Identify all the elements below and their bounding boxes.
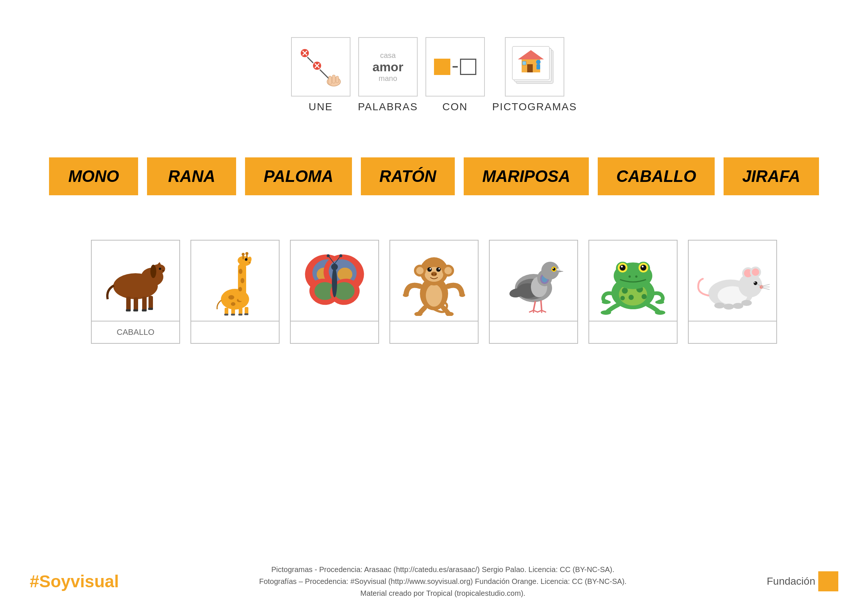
pictogramas-icon	[510, 43, 559, 91]
animal-card-caballo: CABALLO	[91, 240, 180, 344]
animal-card-rana	[589, 240, 677, 344]
svg-line-111	[529, 310, 533, 312]
animal-label-jirafa	[191, 321, 279, 344]
instruction-item-con: CON	[425, 37, 485, 113]
word-bottom: mano	[379, 74, 397, 83]
svg-point-148	[754, 282, 755, 283]
svg-point-139	[655, 310, 665, 315]
animal-label-mariposa	[290, 321, 379, 344]
btn-jirafa[interactable]: JIRAFA	[724, 157, 818, 195]
animal-card-mariposa	[290, 240, 379, 344]
btn-mariposa[interactable]: MARIPOSA	[464, 157, 589, 195]
footer-credits: Pictogramas - Procedencia: Arasaac (http…	[259, 563, 627, 599]
animal-img-rana[interactable]	[589, 240, 677, 321]
svg-point-43	[238, 287, 242, 291]
svg-point-157	[741, 300, 752, 306]
animal-label-paloma	[489, 321, 578, 344]
svg-point-25	[150, 265, 156, 278]
animal-img-mariposa[interactable]	[290, 240, 379, 321]
footer: #Soyvisual Pictogramas - Procedencia: Ar…	[0, 563, 868, 599]
svg-point-89	[432, 274, 434, 276]
animal-img-jirafa[interactable]	[191, 240, 279, 321]
svg-rect-59	[244, 313, 248, 315]
svg-rect-26	[126, 297, 131, 311]
svg-rect-19	[522, 61, 526, 65]
svg-point-84	[427, 267, 432, 272]
animal-img-caballo[interactable]	[91, 240, 180, 321]
connect-visual	[434, 59, 476, 75]
svg-point-120	[622, 288, 628, 294]
svg-line-114	[541, 300, 542, 310]
giraffe-svg	[198, 245, 272, 316]
btn-paloma[interactable]: PALOMA	[245, 157, 352, 195]
une-label: UNE	[308, 101, 333, 113]
btn-rana[interactable]: RANA	[147, 157, 236, 195]
svg-point-135	[635, 276, 637, 278]
svg-point-123	[642, 294, 647, 299]
svg-rect-30	[126, 309, 131, 312]
animal-img-mono[interactable]	[389, 240, 479, 321]
horse-svg	[98, 245, 173, 316]
svg-point-34	[159, 268, 161, 270]
animal-card-mono	[389, 240, 479, 344]
svg-rect-29	[149, 296, 153, 309]
svg-point-71	[331, 264, 338, 270]
svg-point-124	[620, 296, 625, 300]
instruction-item-pictogramas: PICTOGRAMAS	[492, 37, 577, 113]
instruction-item-une: UNE	[291, 37, 350, 113]
svg-point-134	[629, 276, 631, 278]
words-box: casa amor mano	[359, 38, 417, 96]
svg-point-39	[231, 302, 236, 306]
word-buttons-row: MONO RANA PALOMA RATÓN MARIPOSA CABALLO …	[0, 157, 868, 195]
animals-row: CABALLO	[0, 240, 868, 344]
svg-point-73	[327, 254, 330, 257]
monkey-svg	[397, 245, 471, 316]
animal-img-raton[interactable]	[688, 240, 777, 321]
svg-point-108	[553, 268, 554, 269]
svg-point-35	[162, 270, 164, 271]
fundacion-logo: Fundación	[767, 571, 838, 591]
svg-point-130	[621, 266, 623, 268]
svg-rect-33	[148, 308, 153, 310]
svg-point-137	[655, 300, 664, 304]
btn-caballo[interactable]: CABALLO	[598, 157, 715, 195]
instruction-box-pictogramas	[505, 37, 564, 96]
mouse-svg	[695, 245, 770, 316]
svg-line-150	[761, 284, 770, 286]
frog-svg	[596, 245, 670, 316]
animal-label-mono	[389, 321, 479, 344]
svg-rect-56	[224, 314, 228, 316]
svg-point-91	[403, 293, 409, 297]
word-top: casa	[380, 51, 396, 60]
instruction-box-palabras: casa amor mano	[358, 37, 418, 96]
svg-line-110	[533, 301, 535, 310]
svg-point-86	[429, 268, 431, 270]
svg-point-92	[459, 293, 465, 297]
svg-point-154	[714, 302, 725, 309]
instruction-area: UNE casa amor mano PALABRAS CON	[0, 0, 868, 113]
outline-rect	[460, 59, 476, 75]
svg-point-83	[444, 267, 452, 274]
svg-rect-18	[536, 64, 540, 70]
svg-point-105	[556, 268, 560, 271]
svg-rect-8	[329, 76, 332, 84]
pigeon-svg	[496, 245, 570, 316]
animal-img-paloma[interactable]	[489, 240, 578, 321]
svg-point-146	[752, 268, 759, 276]
connector-line	[453, 66, 458, 68]
btn-raton[interactable]: RATÓN	[361, 157, 455, 195]
butterfly-svg	[298, 245, 372, 316]
instruction-box-une	[291, 37, 350, 96]
animal-label-rana	[589, 321, 677, 344]
svg-point-51	[249, 262, 251, 263]
btn-mono[interactable]: MONO	[49, 157, 138, 195]
svg-line-152	[761, 288, 770, 290]
svg-point-147	[754, 281, 757, 285]
svg-rect-57	[231, 314, 235, 316]
svg-rect-10	[336, 76, 339, 83]
svg-point-121	[629, 295, 634, 300]
svg-point-133	[642, 266, 644, 268]
svg-rect-9	[332, 75, 335, 83]
svg-point-155	[724, 304, 734, 310]
svg-point-37	[228, 295, 234, 299]
